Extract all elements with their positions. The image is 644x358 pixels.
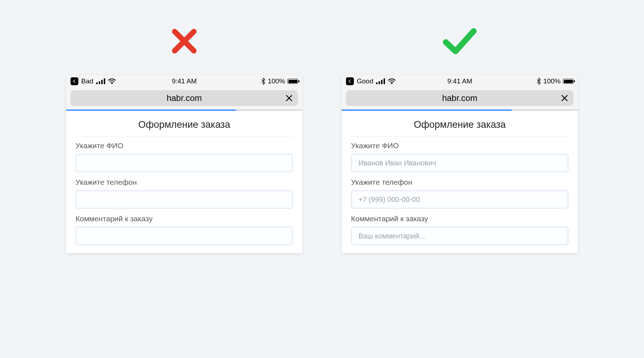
status-left: Bad [70, 77, 116, 85]
field-label: Укажите телефон [75, 178, 293, 187]
svg-point-1 [391, 83, 392, 84]
back-chip-icon [70, 77, 78, 85]
wifi-icon [388, 78, 396, 84]
page-content: Оформление заказа Укажите ФИО Укажите те… [66, 111, 302, 253]
signal-icon [376, 78, 385, 84]
field-comment: Комментарий к заказу [351, 214, 569, 245]
field-name: Укажите ФИО [351, 141, 569, 172]
page-load-progress [66, 110, 302, 111]
example-bad: Bad 9:41 AM 100% habr.com [66, 25, 302, 253]
bluetooth-icon [261, 78, 265, 85]
url-bar[interactable]: habr.com [70, 90, 298, 106]
signal-icon [96, 78, 105, 84]
stop-reload-button[interactable] [560, 93, 569, 103]
phone-input[interactable] [351, 190, 569, 209]
judgement-bad [169, 25, 199, 57]
field-label: Комментарий к заказу [75, 214, 293, 223]
cross-icon [169, 26, 199, 56]
battery-icon [287, 79, 298, 84]
page-title: Оформление заказа [75, 119, 293, 136]
close-icon [561, 94, 569, 102]
back-chip-icon [346, 77, 354, 85]
url-bar-row: habr.com [342, 87, 578, 110]
status-bar: Good 9:41 AM 100% [342, 75, 578, 87]
field-label: Комментарий к заказу [351, 214, 569, 223]
field-name: Укажите ФИО [75, 141, 293, 172]
page-load-progress [342, 110, 578, 111]
comment-input[interactable] [351, 227, 569, 245]
carrier-name: Good [357, 77, 373, 85]
status-left: Good [346, 77, 396, 85]
url-text: habr.com [346, 93, 574, 103]
phone-input[interactable] [75, 190, 293, 209]
battery-percent: 100% [268, 77, 285, 85]
field-label: Укажите ФИО [75, 141, 293, 150]
status-right: 100% [537, 77, 574, 85]
field-phone: Укажите телефон [351, 178, 569, 209]
comment-input[interactable] [75, 227, 293, 245]
phone-mock-bad: Bad 9:41 AM 100% habr.com [66, 75, 302, 253]
svg-point-0 [111, 83, 112, 84]
judgement-good [442, 25, 478, 57]
wifi-icon [108, 78, 116, 84]
status-right: 100% [261, 77, 298, 85]
page-title: Оформление заказа [351, 119, 569, 136]
field-label: Укажите телефон [351, 178, 569, 187]
field-label: Укажите ФИО [351, 141, 569, 150]
close-icon [285, 94, 293, 102]
name-input[interactable] [351, 154, 569, 172]
url-bar[interactable]: habr.com [346, 90, 574, 106]
url-text: habr.com [70, 93, 298, 103]
field-phone: Укажите телефон [75, 178, 293, 209]
stop-reload-button[interactable] [284, 93, 294, 103]
check-icon [442, 25, 478, 57]
field-comment: Комментарий к заказу [75, 214, 293, 245]
phone-mock-good: Good 9:41 AM 100% habr.com [342, 75, 578, 253]
example-good: Good 9:41 AM 100% habr.com [342, 25, 578, 253]
name-input[interactable] [75, 154, 293, 172]
battery-percent: 100% [543, 77, 561, 85]
page-content: Оформление заказа Укажите ФИО Укажите те… [342, 111, 578, 253]
carrier-name: Bad [81, 77, 93, 85]
status-bar: Bad 9:41 AM 100% [66, 75, 302, 87]
url-bar-row: habr.com [66, 87, 302, 110]
battery-icon [563, 79, 574, 84]
bluetooth-icon [537, 78, 541, 85]
